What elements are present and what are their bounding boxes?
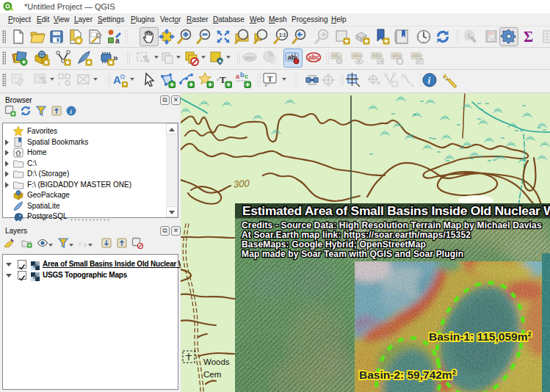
svg-text:Map made by Soar Team with QGI: Map made by Soar Team with QGIS and Soar… <box>242 249 463 259</box>
svg-text:T: T <box>267 74 273 83</box>
svg-text:Basin-1: 115,059m²: Basin-1: 115,059m² <box>429 330 532 343</box>
svg-text:Σ: Σ <box>524 29 533 45</box>
svg-text:ε: ε <box>79 239 82 247</box>
svg-text:abc: abc <box>393 53 402 58</box>
svg-text:1:1: 1:1 <box>279 32 286 37</box>
svg-text:i: i <box>468 31 470 40</box>
svg-text:ε: ε <box>58 79 61 87</box>
svg-text:BaseMaps: Google Hybrid; OpenS: BaseMaps: Google Hybrid; OpenStreetMap <box>242 239 426 250</box>
svg-text:abc: abc <box>373 53 382 58</box>
svg-text:a: a <box>115 37 120 45</box>
svg-text:ab: ab <box>333 53 339 58</box>
svg-text:»: » <box>113 53 118 63</box>
svg-text:i: i <box>428 75 431 86</box>
svg-text:Credits - Source Data: High Re: Credits - Source Data: High Resolution T… <box>242 220 542 231</box>
svg-text:abc: abc <box>245 54 256 61</box>
svg-text:At Soar.Earth map link: https:: At Soar.Earth map link: https://soar.ear… <box>242 230 471 240</box>
svg-text:Basin-2: 59,742m²: Basin-2: 59,742m² <box>359 369 456 381</box>
svg-text:Estimated Area of Small Basins: Estimated Area of Small Basins Inside Ol… <box>242 203 550 218</box>
svg-text:A: A <box>113 73 121 86</box>
svg-text:300: 300 <box>233 178 250 190</box>
svg-text:c: c <box>245 73 248 80</box>
svg-text:abc: abc <box>353 53 362 58</box>
svg-text:abc: abc <box>413 53 421 58</box>
svg-text:Woods: Woods <box>203 357 230 366</box>
svg-text:Cem: Cem <box>203 370 221 379</box>
svg-text:abc: abc <box>308 54 319 61</box>
